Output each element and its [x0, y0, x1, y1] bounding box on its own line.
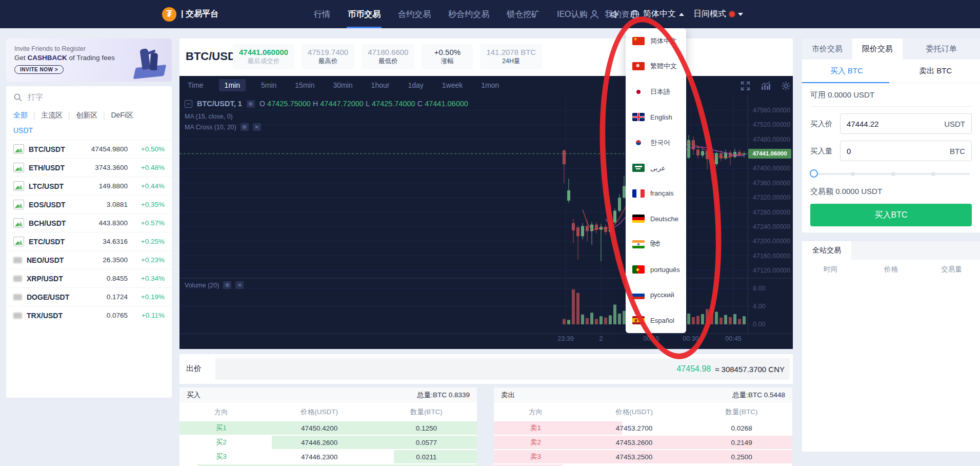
tab-sell-btc[interactable]: 卖出 BTC — [891, 60, 980, 83]
coin-row-BCH[interactable]: BCH/USDT443.8300+0.57% — [6, 213, 172, 232]
invite-banner[interactable]: Invite Friends to Register Get CASHBACK … — [6, 38, 172, 82]
fullscreen-icon[interactable] — [741, 81, 750, 91]
orderbook-row[interactable]: 买247446.26000.0577 — [179, 435, 477, 450]
tab-buy-btc[interactable]: 买入 BTC — [802, 60, 891, 83]
chart-settings-gear-icon[interactable] — [781, 81, 791, 91]
language-option-pt[interactable]: português — [626, 257, 686, 283]
svg-text:00:15: 00:15 — [643, 335, 659, 342]
user-icon[interactable] — [589, 9, 600, 20]
series-settings-gear-icon[interactable]: ⚙ — [247, 100, 255, 108]
coin-row-ETC[interactable]: ETC/USDT34.6316+0.25% — [6, 232, 172, 250]
interval-5min[interactable]: 5min — [258, 79, 279, 91]
language-option-gb[interactable]: English — [626, 105, 686, 130]
language-option-de[interactable]: Deutsche — [626, 206, 686, 232]
nav-item-锁仓挖矿[interactable]: 锁仓挖矿 — [506, 0, 541, 28]
coin-change: +0.34% — [128, 275, 165, 282]
language-option-in[interactable]: हिंदी — [626, 231, 686, 257]
coin-pair: NEO/USDT — [27, 256, 78, 264]
stat-label: 最高价 — [308, 57, 348, 66]
language-selector[interactable]: 简体中文 — [630, 9, 684, 20]
interval-1week[interactable]: 1week — [439, 79, 466, 91]
interval-15min[interactable]: 15min — [292, 79, 317, 91]
nav-item-合约交易[interactable]: 合约交易 — [397, 0, 432, 28]
collapse-legend-icon[interactable]: – — [185, 100, 192, 108]
order-qty: 0.0268 — [691, 424, 792, 432]
interval-1mon[interactable]: 1mon — [478, 79, 502, 91]
brand-logo[interactable]: ₮ | 交易平台 — [162, 0, 218, 28]
indicator-icon[interactable] — [761, 81, 771, 91]
zone-tab-主流区[interactable]: 主流区 — [41, 111, 63, 120]
orderbook-row[interactable] — [494, 464, 792, 466]
theme-mode-toggle[interactable]: 日间模式 — [693, 9, 743, 20]
coin-row-TRX[interactable]: TRX/USDT0.0765+0.11% — [6, 306, 172, 324]
search-icon — [13, 93, 23, 102]
interval-1day[interactable]: 1day — [405, 79, 426, 91]
coin-row-BTC[interactable]: BTC/USDT47454.9800+0.50% — [6, 140, 172, 158]
coin-row-NEO[interactable]: NEO/USDT26.3500+0.23% — [6, 250, 172, 269]
svg-text:8.00: 8.00 — [753, 285, 765, 292]
stat-label: 24H量 — [486, 57, 536, 66]
amount-slider[interactable] — [810, 169, 972, 179]
language-option-cn[interactable]: ★简体中文 — [626, 28, 686, 54]
coin-row-DOGE[interactable]: DOGE/USDT0.1724+0.19% — [6, 287, 172, 306]
zone-tab-创新区[interactable]: 创新区 — [76, 111, 97, 120]
slider-track[interactable] — [810, 173, 970, 175]
language-option-jp[interactable]: 日本語 — [626, 79, 686, 105]
buy-amount-input[interactable]: 0 BTC — [840, 141, 972, 161]
coin-row-XRP[interactable]: XRP/USDT0.8455+0.34% — [6, 269, 172, 287]
ma-settings-gear-icon[interactable]: ⚙ — [241, 123, 249, 131]
candlestick-chart[interactable]: 47560.0000047520.0000047480.0000047440.0… — [179, 76, 793, 349]
nav-item-IEO认购[interactable]: IEO认购 — [556, 0, 589, 28]
invite-now-button[interactable]: INVITE NOW > — [14, 65, 64, 74]
volume-indicator-label: Volume (20) ⚙ ✕ — [185, 281, 244, 289]
coin-row-EOS[interactable]: EOS/USDT3.0881+0.35% — [6, 195, 172, 213]
search-input[interactable]: 打字 — [13, 92, 43, 102]
volume-remove-icon[interactable]: ✕ — [235, 281, 244, 289]
banner-line1: Invite Friends to Register — [14, 45, 86, 52]
coin-pair: ETH/USDT — [29, 164, 80, 172]
volume-settings-gear-icon[interactable]: ⚙ — [223, 281, 231, 289]
top-navbar: ₮ | 交易平台 行情币币交易合约交易秒合约交易锁仓挖矿IEO认购我的资产 简体… — [0, 0, 980, 28]
svg-text:00:30: 00:30 — [683, 335, 698, 342]
slider-handle[interactable] — [810, 169, 818, 178]
orderbook-row[interactable]: 卖247453.26000.2149 — [494, 435, 792, 450]
language-option-hk[interactable]: ✽繁體中文 — [626, 54, 686, 80]
tab-open-orders[interactable]: 委托订单 — [903, 38, 980, 60]
orderbook-row[interactable]: 卖147453.27000.0268 — [494, 421, 792, 435]
svg-text:47560.00000: 47560.00000 — [753, 107, 790, 114]
tab-limit-trade[interactable]: 限价交易 — [852, 38, 903, 60]
tab-all-trades[interactable]: 全站交易 — [802, 241, 851, 260]
orderbook-row[interactable]: 买347446.23000.0211 — [179, 450, 477, 464]
zone-tab-DeFi区[interactable]: DeFi区 — [111, 111, 133, 120]
nav-item-行情[interactable]: 行情 — [313, 0, 331, 28]
trade-type-tabs: 市价交易 限价交易 委托订单 — [802, 38, 980, 60]
tab-market-trade[interactable]: 市价交易 — [802, 38, 852, 60]
coin-row-ETH[interactable]: ETH/USDT3743.3600+0.48% — [6, 158, 172, 177]
coin-row-LTC[interactable]: LTC/USDT149.8800+0.44% — [6, 177, 172, 195]
trading-main-card: BTC/USDT 47441.060000最后成交价47519.7400最高价4… — [179, 38, 793, 349]
orderbook-row[interactable] — [179, 464, 477, 466]
language-option-ru[interactable]: русский — [626, 282, 686, 308]
announcement-speaker-icon[interactable] — [609, 9, 621, 20]
app-root: ₮ | 交易平台 行情币币交易合约交易秒合约交易锁仓挖矿IEO认购我的资产 简体… — [0, 0, 980, 466]
buy-btc-button[interactable]: 买入BTC — [810, 204, 972, 226]
buy-price-input[interactable]: 47444.22 USDT — [840, 113, 972, 134]
nav-item-币币交易[interactable]: 币币交易 — [347, 0, 382, 28]
interval-Time[interactable]: Time — [185, 79, 207, 91]
interval-1min[interactable]: 1min — [219, 79, 246, 91]
language-option-fr[interactable]: français — [626, 181, 686, 206]
interval-1hour[interactable]: 1hour — [368, 79, 393, 91]
language-option-kr[interactable]: 한국어 — [626, 130, 686, 156]
nav-item-秒合约交易[interactable]: 秒合约交易 — [447, 0, 490, 28]
zone-tab-全部[interactable]: 全部 — [13, 111, 28, 120]
coin-price: 0.1724 — [78, 293, 128, 301]
quote-group-usdt[interactable]: USDT — [13, 126, 33, 134]
language-option-sa[interactable]: عربى — [626, 156, 686, 181]
language-option-es[interactable]: Español — [626, 308, 686, 334]
kline-chart-panel: Time1min5min15min30min1hour1day1week1mon… — [179, 76, 793, 349]
orderbook-row[interactable]: 卖347453.25000.2500 — [494, 450, 792, 464]
coin-icon-broken — [13, 200, 24, 209]
interval-30min[interactable]: 30min — [330, 79, 355, 91]
ma-remove-icon[interactable]: ✕ — [253, 123, 261, 131]
orderbook-row[interactable]: 买147450.42000.1250 — [179, 421, 477, 435]
